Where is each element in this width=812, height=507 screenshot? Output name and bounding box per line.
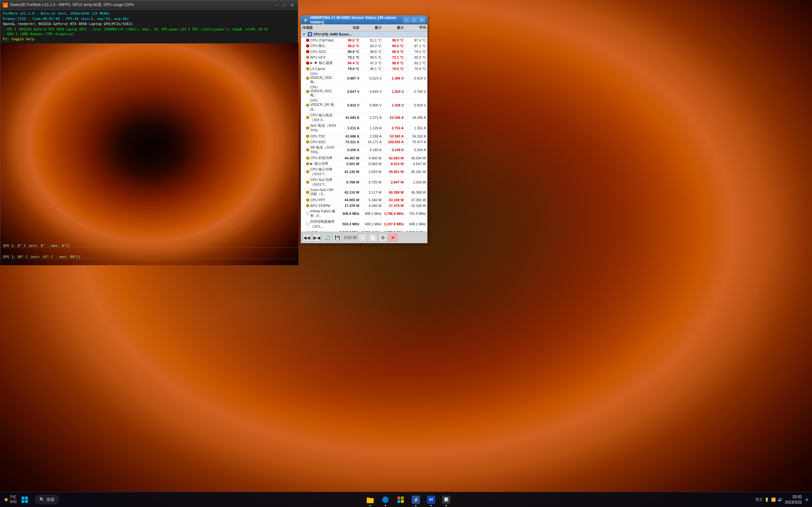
furmark-close-btn[interactable]: ✕ bbox=[289, 2, 295, 8]
date-display: 2023/3/22 bbox=[785, 500, 802, 505]
furmark-canvas: GPU 2: 8° C (min: 8° - max: 8°C) GPU 1: … bbox=[0, 43, 299, 265]
hwinfo-maximize-btn[interactable]: □ bbox=[411, 17, 418, 23]
info-line3: OpenGL renderer: NVIDIA GeForce RTX 4050… bbox=[3, 21, 133, 27]
sensor-avg: 4.647 W bbox=[404, 162, 426, 166]
hwinfo-icon: ⚡ bbox=[303, 17, 308, 22]
hwinfo-sensor-list: ▼ 🖥 CPU [#0]: AMD Ryzen... CPU (Tdt/Tdie… bbox=[301, 32, 427, 232]
notification-dot[interactable] bbox=[806, 498, 808, 501]
sensor-min: 2.033 W bbox=[359, 170, 382, 174]
sensor-icon bbox=[306, 50, 309, 53]
taskbar-app-file-explorer[interactable] bbox=[363, 493, 377, 507]
cpu-sensor-row-10: SoC 电流（SVI3 TFN） 1.211 A 1.120 A 2.753 A… bbox=[301, 123, 427, 133]
svg-rect-5 bbox=[367, 498, 374, 503]
sensor-current: 0.788 W bbox=[337, 180, 359, 184]
sensor-avg: 35.181 W bbox=[404, 170, 426, 174]
cpu-group-label: CPU [#0]: AMD Ryzen... bbox=[313, 32, 352, 36]
hwinfo-back-btn[interactable]: ◀◀ bbox=[302, 233, 311, 242]
sensor-name: L3 Cache bbox=[302, 67, 337, 71]
sensor-max: 8.515 W bbox=[382, 162, 404, 166]
sensor-name: Core+SoC+SR 功耗（S... bbox=[302, 188, 337, 196]
taskbar-app-gpumon[interactable]: 📊 bbox=[439, 493, 453, 507]
furmark-minimize-btn[interactable]: ─ bbox=[274, 2, 280, 8]
hwinfo-close-btn[interactable]: ✕ bbox=[418, 17, 425, 23]
sensor-avg: 34.262 A bbox=[404, 134, 426, 138]
search-label: 搜索 bbox=[46, 497, 55, 503]
sensor-avg: 10.100 W bbox=[404, 204, 426, 208]
sensor-avg: 0.204 A bbox=[404, 148, 426, 152]
taskbar-clock[interactable]: 20:02 2023/3/22 bbox=[785, 494, 802, 505]
furmark-icon: 🔥 bbox=[3, 3, 8, 8]
tray-volume-icon[interactable]: 🔊 bbox=[778, 498, 782, 502]
cpu-sensor-row-20: APU STAPM 17.478 W 4.286 W 17.478 W 10.1… bbox=[301, 203, 427, 209]
cpu-sensor-row-4: ▶▶ 核心温度 94.4 °C 47.3 °C 98.8 °C 83.1 °C bbox=[301, 60, 427, 66]
svg-rect-8 bbox=[401, 497, 404, 499]
hwinfo-minimize-btn[interactable]: ─ bbox=[403, 17, 410, 23]
cpu-sensor-row-7: CPU VDDCR_SOC 电... 0.647 V 0.645 V 1.034… bbox=[301, 85, 427, 98]
hwinfo-clock-btn[interactable]: 🕐 bbox=[358, 233, 367, 242]
cpu-sensor-row-12: CPU EDC 73.321 A 54.171 A 108.655 A 75.4… bbox=[301, 139, 427, 145]
cpu-sensor-row-11: CPU TDC 41.686 A 2.269 A 53.560 A 34.262… bbox=[301, 133, 427, 139]
hwinfo-report-btn[interactable]: 📄 bbox=[368, 233, 377, 242]
hwinfo-settings-btn[interactable]: ⚙ bbox=[378, 233, 387, 242]
taskbar-start-button[interactable] bbox=[17, 492, 33, 507]
sensor-min: 0.183 A bbox=[359, 148, 382, 152]
sensor-current: 41.686 A bbox=[337, 134, 359, 138]
svg-rect-4 bbox=[25, 500, 28, 503]
sensor-current: 41.683 A bbox=[337, 116, 359, 119]
sensor-name: CPU 核心功率（SVI3 T... bbox=[302, 167, 337, 176]
cpu-sensor-row-9: CPU 核心电流（SVI 3... 41.683 A 2.271 A 53.43… bbox=[301, 112, 427, 123]
sensor-min: 4.286 W bbox=[359, 204, 382, 208]
tray-battery-icon[interactable]: 🔋 bbox=[764, 498, 769, 502]
cpu-sensor-row-13: SR 电流（SVI3 TFN） 0.205 A 0.183 A 0.249 A … bbox=[301, 145, 427, 155]
taskbar-app-hwinfo[interactable]: ⚡ bbox=[409, 493, 423, 507]
sensor-current: 98.0 °C bbox=[337, 44, 359, 48]
hwinfo-refresh-btn[interactable]: 🔄 bbox=[322, 233, 332, 242]
sensor-icon bbox=[306, 162, 309, 165]
sensor-min: 54.171 A bbox=[359, 140, 382, 144]
sensor-max: 60.398 W bbox=[382, 190, 404, 194]
taskbar-app-cpuz[interactable]: 64 bbox=[424, 493, 438, 507]
sensor-avg: 701.5 MHz bbox=[404, 212, 426, 216]
tray-wifi-icon[interactable]: 📶 bbox=[771, 498, 776, 502]
taskbar-app-store[interactable] bbox=[394, 493, 408, 507]
sensor-max: 53.560 A bbox=[382, 134, 404, 138]
sensor-max: 1,197.8 MHz bbox=[382, 222, 404, 226]
cpu-sensor-row-19: CPU PPT 44.805 W 5.346 W 53.108 W 37.391… bbox=[301, 197, 427, 203]
taskbar-search[interactable]: 🔍 搜索 bbox=[35, 495, 59, 504]
cpu-sensor-row-21: Infinity Fabric 频率（F... 506.9 MHz 499.1 … bbox=[301, 209, 427, 219]
sensor-min: 3.117 W bbox=[359, 190, 382, 194]
svg-rect-6 bbox=[367, 498, 370, 499]
hwinfo-save-btn[interactable]: 💾 bbox=[333, 233, 342, 242]
sensor-min: 51.1 °C bbox=[359, 38, 382, 42]
cpu-sensor-row-18: Core+SoC+SR 功耗（S... 42.110 W 3.117 W 60.… bbox=[301, 187, 427, 197]
sensor-avg: 37.391 W bbox=[404, 198, 426, 202]
time-display: 20:02 bbox=[785, 494, 802, 500]
gpu0-temp-line bbox=[0, 247, 299, 248]
sensor-current: 0.647 V bbox=[337, 90, 359, 94]
cpuz-taskbar-icon: 64 bbox=[427, 496, 435, 504]
sensor-icon bbox=[306, 104, 309, 107]
sensor-min: 48.5 °C bbox=[359, 55, 382, 59]
cpu-sensor-row-16: CPU 核心功率（SVI3 T... 41.135 W 2.033 W 59.5… bbox=[301, 167, 427, 177]
cpu-sensor-row-22: 内存控制器频率（UCL... 503.3 MHz 499.1 MHz 1,197… bbox=[301, 219, 427, 229]
cpu-group-header[interactable]: ▼ 🖥 CPU [#0]: AMD Ryzen... bbox=[301, 32, 427, 38]
cpu-sensor-row-5: L3 Cache 79.0 °C 48.1 °C 79.0 °C 70.4 °C bbox=[301, 66, 427, 72]
sensor-min: 0.908 V bbox=[359, 103, 382, 107]
furmark-maximize-btn[interactable]: □ bbox=[281, 2, 288, 8]
tray-language[interactable]: 英文 bbox=[756, 497, 763, 502]
hwinfo-close-tool-btn[interactable]: ✕ bbox=[389, 233, 397, 242]
col-sensor: 传感器 bbox=[302, 25, 337, 30]
sensor-min: 50.3 °C bbox=[359, 44, 382, 48]
hwinfo-taskbar-icon: ⚡ bbox=[412, 496, 420, 504]
hwinfo-window: ⚡ HWiNFO64 v7.40-5000 Sensor Status [49 … bbox=[301, 15, 427, 243]
hwinfo-forward-btn[interactable]: ▶◀ bbox=[312, 233, 321, 242]
sensor-current: 42.110 W bbox=[337, 190, 359, 194]
sensor-min: 1.120 A bbox=[359, 126, 382, 130]
sensor-avg: 70.4 °C bbox=[404, 67, 426, 71]
sensor-current: 0.910 V bbox=[337, 103, 359, 107]
info-line1: FurMark v21.1.0 - Burn-in test, 2560x164… bbox=[3, 11, 110, 16]
sensor-avg: 0.706 V bbox=[404, 90, 426, 94]
taskbar-app-edge[interactable] bbox=[378, 493, 392, 507]
sensor-icon bbox=[306, 90, 309, 93]
cpu-sensor-row-23: L3 Cache 3,642.6 MHz 3,366.4 MHz 4,670.6… bbox=[301, 229, 427, 232]
